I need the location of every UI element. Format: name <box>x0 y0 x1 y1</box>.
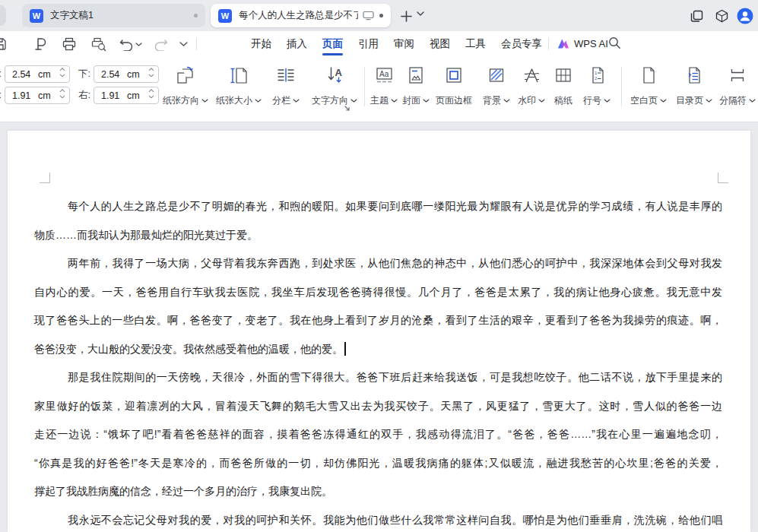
tab-view[interactable]: 视图 <box>422 31 458 56</box>
page-border-label: 页面边框 <box>436 94 472 107</box>
margin-top-field[interactable]: 2.54 cm <box>5 65 70 83</box>
blank-page-label: 空白页 <box>630 94 658 107</box>
chevron-down-icon <box>538 99 545 103</box>
paper-size-icon <box>229 63 249 87</box>
paper-orientation-icon <box>176 63 196 87</box>
document-tab-2[interactable]: W 每个人的人生之路总是少不了明 <box>211 4 391 27</box>
print-icon[interactable] <box>61 36 78 52</box>
document-tab-1[interactable]: W 文字文稿1 <box>22 4 205 27</box>
toc-page-button[interactable]: 目录页 <box>672 63 716 107</box>
margin-left-unit: cm <box>38 90 51 101</box>
apps-cube-icon[interactable] <box>713 8 730 24</box>
text-line[interactable]: 那是我住院期间的一天傍晚，天很冷，外面的雪下得很大。爸爸下班后赶来给我送饭，可是… <box>34 363 722 392</box>
text-line[interactable]: 两年前，我得了一场大病，父母背着我东奔西跑，到处求医，从他们焦急的神态中，从他们… <box>34 249 722 278</box>
wps-ai-button[interactable]: WPS AI <box>557 31 608 56</box>
margin-right-label: 右: <box>78 89 90 102</box>
columns-label: 分栏 <box>272 94 290 107</box>
columns-button[interactable]: 分栏 <box>268 63 304 107</box>
document-workspace: 每个人的人生之路总是少不了明媚的春光，和煦的暖阳。如果要问到底哪一缕阳光最为耀眼… <box>0 123 758 532</box>
text-line[interactable]: 物质……而我却认为那最灿烂的阳光莫过于爱。 <box>34 221 722 250</box>
text-line[interactable]: 家里做好的饭菜，迎着凛冽的大风，冒着漫天飞舞的鹅毛大雪又出去为我买饺子。天黑了，… <box>34 392 722 421</box>
redo-icon <box>152 36 169 52</box>
undo-icon[interactable] <box>118 36 135 52</box>
new-tab-button[interactable] <box>396 6 416 26</box>
margin-left-value: 1.91 <box>12 90 38 101</box>
ribbon-group-divider <box>621 67 622 106</box>
paper-orientation-button[interactable]: 纸张方向 <box>161 63 210 107</box>
toolbar-divider <box>196 37 197 50</box>
wps-writer-icon: W <box>30 9 43 23</box>
separator-icon <box>728 63 747 87</box>
page-setup-dialog-launcher[interactable] <box>344 105 351 112</box>
tab-review[interactable]: 审阅 <box>386 31 422 56</box>
page-border-button[interactable]: 页面边框 <box>430 63 477 107</box>
line-number-label: 行号 <box>583 94 601 107</box>
text-line[interactable]: 每个人的人生之路总是少不了明媚的春光，和煦的暖阳。如果要问到底哪一缕阳光最为耀眼… <box>34 192 722 221</box>
ribbon-group-divider <box>364 67 365 106</box>
export-pdf-icon[interactable] <box>32 36 49 52</box>
cover-page-button[interactable]: 封面 <box>398 63 433 107</box>
text-line[interactable]: “你真是我的好爸爸!”冬天是寒冷的，而爸爸所做的一切，却仿佛阳光，温暖我病痛的躯… <box>34 449 722 478</box>
margin-bottom-field[interactable]: 2.54 cm <box>94 65 159 83</box>
tab-reference[interactable]: 引用 <box>350 31 386 56</box>
watermark-label: 水印 <box>518 94 536 107</box>
separator-button[interactable]: 分隔符 <box>716 63 758 107</box>
device-sync-icon <box>363 11 374 21</box>
text-line[interactable]: 撑起了我战胜病魔的信念，经过一个多月的治疗，我康复出院。 <box>34 477 722 506</box>
document-page[interactable]: 每个人的人生之路总是少不了明媚的春光，和煦的暖阳。如果要问到底哪一缕阳光最为耀眼… <box>8 131 750 532</box>
margin-top-label: 上: <box>0 68 2 81</box>
watermark-button[interactable]: 水印 <box>514 63 549 107</box>
search-icon[interactable] <box>608 36 621 49</box>
text-line[interactable]: 现了爸爸头上的一些白发。啊，爸爸变了，变老了。我在他身上看到了岁月的沧桑，看到了… <box>34 306 722 335</box>
customize-toolbar-chevron-icon[interactable] <box>175 36 192 52</box>
print-preview-icon[interactable] <box>90 36 106 52</box>
margin-right-unit: cm <box>127 90 140 101</box>
tab-insert[interactable]: 插入 <box>279 31 315 56</box>
text-line[interactable]: 自内心的爱。一天，爸爸用自行车驮我去医院，我坐车后发现爸爸骑得很慢。几个月了，爸… <box>34 278 722 307</box>
text-line[interactable]: 走还一边说：“饿坏了吧!”看着爸爸慈祥的面容，摸着爸爸冻得通红的双手，我感动得流… <box>34 420 722 449</box>
background-button[interactable]: 背景 <box>479 63 514 107</box>
margin-right-value: 1.91 <box>101 90 127 101</box>
margin-bottom-stepper[interactable] <box>148 68 154 77</box>
svg-text:Aa: Aa <box>379 69 389 78</box>
background-label: 背景 <box>483 94 501 107</box>
user-avatar[interactable] <box>737 8 753 24</box>
text-direction-button[interactable]: A 文字方向 <box>309 63 360 107</box>
tab-member[interactable]: 会员专享 <box>493 31 550 56</box>
text-line[interactable]: 爸爸没变，大山般的父爱没变。我依然感受着他的温暖，他的爱。 <box>34 335 722 364</box>
wps-ai-logo-icon <box>557 38 569 49</box>
margin-corner-mark <box>40 173 50 183</box>
toc-page-label: 目录页 <box>676 94 703 107</box>
grid-paper-button[interactable]: 稿纸 <box>549 63 578 107</box>
margin-left-field[interactable]: 1.91 cm <box>5 87 70 104</box>
margin-left-stepper[interactable] <box>59 89 65 98</box>
margin-right-field[interactable]: 1.91 cm <box>94 87 159 104</box>
ribbon-tab-strip: 开始 插入 页面 引用 审阅 视图 工具 会员专享 <box>243 31 550 56</box>
wps-writer-icon: W <box>218 9 232 23</box>
paper-size-button[interactable]: 纸张大小 <box>214 63 263 107</box>
blank-page-button[interactable]: 空白页 <box>626 63 671 107</box>
quick-access-toolbar: 开始 插入 页面 引用 审阅 视图 工具 会员专享 WPS AI <box>0 31 758 56</box>
save-icon[interactable] <box>0 36 8 52</box>
undo-chevron-icon[interactable] <box>134 36 143 52</box>
document-text: 每个人的人生之路总是少不了明媚的春光，和煦的暖阳。如果要问到底哪一缕阳光最为耀眼… <box>34 192 722 532</box>
text-line[interactable]: 我永远不会忘记父母对我的爱，对我的呵护和关怀。我能为他们做些什么我常常这样问自我… <box>34 506 722 532</box>
window-manage-icon[interactable] <box>688 8 705 24</box>
new-tab-chevron-icon[interactable] <box>417 11 424 16</box>
margin-top-stepper[interactable] <box>59 68 65 77</box>
tab-tools[interactable]: 工具 <box>458 31 493 56</box>
tab-home[interactable]: 开始 <box>243 31 279 56</box>
theme-button[interactable]: Aa 主题 <box>366 63 401 107</box>
chevron-down-icon <box>749 99 756 103</box>
margin-right-stepper[interactable] <box>148 89 154 98</box>
line-number-button[interactable]: 12 行号 <box>579 63 614 107</box>
line-number-icon: 12 <box>587 63 607 87</box>
margin-corner-mark <box>718 173 728 183</box>
margin-bottom-value: 2.54 <box>101 69 127 80</box>
toolbar-divider <box>548 37 549 50</box>
chevron-down-icon <box>255 99 262 103</box>
tab-page[interactable]: 页面 <box>315 31 350 56</box>
paper-size-label: 纸张大小 <box>216 94 252 107</box>
chevron-down-icon <box>201 99 208 103</box>
toc-page-icon <box>684 63 704 87</box>
